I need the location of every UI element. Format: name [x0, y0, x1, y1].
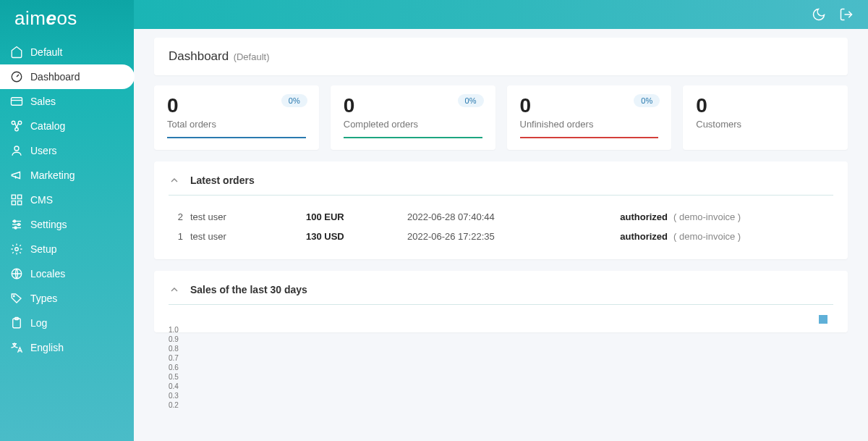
- sidebar-item-label: Default: [30, 46, 62, 58]
- sidebar-item-default[interactable]: Default: [0, 40, 134, 64]
- svg-point-4: [18, 121, 22, 125]
- y-tick-label: 0.3: [169, 391, 179, 400]
- stat-card: 0%0Unfinished orders: [507, 85, 672, 150]
- svg-point-5: [15, 127, 19, 131]
- panel-header[interactable]: Latest orders: [169, 175, 833, 196]
- y-tick-label: 0.4: [169, 382, 179, 391]
- stat-value: 0: [696, 96, 835, 116]
- nodes-icon: [10, 119, 23, 133]
- stat-label: Total orders: [167, 119, 306, 130]
- y-tick-label: 0.5: [169, 372, 179, 382]
- panel-title: Latest orders: [190, 175, 255, 186]
- svg-point-17: [15, 248, 19, 251]
- stat-badge: 0%: [281, 94, 307, 107]
- sidebar-item-catalog[interactable]: Catalog: [0, 114, 134, 138]
- stat-label: Completed orders: [344, 119, 482, 130]
- stats-row: 0%0Total orders0%0Completed orders0%0Unf…: [154, 85, 848, 150]
- sidebar-item-marketing[interactable]: Marketing: [0, 163, 134, 188]
- sidebar: aimeos DefaultDashboardSalesCatalogUsers…: [0, 0, 134, 441]
- panel-header[interactable]: Sales of the last 30 days: [169, 284, 833, 305]
- y-tick-label: 0.9: [169, 335, 179, 344]
- table-row[interactable]: 1test user130 USD2022-06-26 17:22:35auth…: [169, 227, 833, 246]
- sidebar-item-setup[interactable]: Setup: [0, 237, 134, 261]
- stat-underline: [167, 137, 306, 138]
- y-tick-label: 0.6: [169, 363, 179, 372]
- svg-rect-8: [18, 195, 22, 198]
- order-invoice: ( demo-invoice ): [668, 211, 833, 222]
- dark-mode-icon[interactable]: [812, 7, 826, 22]
- stat-card: 0%0Total orders: [154, 85, 319, 150]
- sidebar-item-label: Dashboard: [30, 71, 80, 83]
- sidebar-item-label: Sales: [30, 96, 56, 107]
- sidebar-item-settings[interactable]: Settings: [0, 212, 134, 237]
- sidebar-item-label: Settings: [30, 219, 67, 230]
- sidebar-item-log[interactable]: Log: [0, 311, 134, 335]
- tag-icon: [10, 292, 23, 305]
- stat-label: Unfinished orders: [520, 119, 659, 130]
- svg-rect-9: [12, 201, 15, 205]
- order-status: authorized: [595, 231, 668, 242]
- order-user: test user: [190, 231, 306, 242]
- svg-point-19: [14, 295, 15, 297]
- grid-icon: [10, 193, 23, 206]
- page-subtitle: (Default): [234, 51, 270, 62]
- clipboard-icon: [10, 316, 23, 329]
- chevron-up-icon[interactable]: [169, 175, 180, 186]
- order-amount: 130 USD: [306, 231, 407, 242]
- svg-point-6: [14, 146, 19, 151]
- order-invoice: ( demo-invoice ): [668, 231, 833, 242]
- svg-rect-1: [12, 98, 22, 106]
- language-icon: [10, 341, 23, 354]
- sidebar-item-dashboard[interactable]: Dashboard: [0, 64, 135, 89]
- y-tick-label: 0.7: [169, 353, 179, 363]
- sales-chart-panel: Sales of the last 30 days 1.00.90.80.70.…: [154, 271, 848, 332]
- order-id: 1: [169, 231, 190, 242]
- home-icon: [10, 46, 23, 59]
- svg-rect-10: [18, 201, 22, 205]
- megaphone-icon: [10, 169, 23, 182]
- order-status: authorized: [595, 211, 668, 222]
- sidebar-item-label: Marketing: [30, 169, 75, 181]
- logout-icon[interactable]: [839, 7, 854, 22]
- user-icon: [10, 144, 23, 157]
- nav: DefaultDashboardSalesCatalogUsersMarketi…: [0, 40, 134, 441]
- stat-underline: [696, 137, 835, 138]
- sidebar-item-locales[interactable]: Locales: [0, 261, 134, 286]
- panel-title: Sales of the last 30 days: [190, 284, 307, 295]
- sidebar-item-users[interactable]: Users: [0, 138, 134, 163]
- sidebar-item-label: Types: [30, 293, 57, 304]
- table-row[interactable]: 2test user100 EUR2022-06-28 07:40:44auth…: [169, 207, 833, 227]
- sidebar-item-label: Users: [30, 145, 57, 156]
- stat-badge: 0%: [634, 94, 660, 107]
- order-date: 2022-06-28 07:40:44: [407, 211, 595, 222]
- legend-square: [819, 315, 827, 324]
- y-tick-label: 0.2: [169, 400, 179, 410]
- stat-card: 0%0Completed orders: [331, 85, 495, 150]
- y-axis-labels: 1.00.90.80.70.60.50.40.30.2: [169, 325, 179, 410]
- breadcrumb: Dashboard (Default): [154, 38, 848, 75]
- order-id: 2: [169, 211, 190, 222]
- gear-icon: [10, 243, 23, 256]
- sidebar-item-types[interactable]: Types: [0, 286, 134, 311]
- sidebar-item-label: Log: [30, 317, 47, 329]
- stat-badge: 0%: [458, 94, 484, 107]
- stat-underline: [344, 137, 482, 138]
- stat-underline: [520, 137, 659, 138]
- logo: aimeos: [0, 0, 134, 40]
- sidebar-item-label: Catalog: [30, 120, 65, 132]
- globe-icon: [10, 267, 23, 280]
- sliders-icon: [10, 218, 23, 231]
- sidebar-item-sales[interactable]: Sales: [0, 89, 134, 114]
- order-amount: 100 EUR: [306, 211, 407, 222]
- page-title: Dashboard: [169, 49, 229, 63]
- main-content: Dashboard (Default) 0%0Total orders0%0Co…: [134, 29, 868, 441]
- topbar: [134, 0, 868, 29]
- card-icon: [10, 95, 23, 108]
- y-tick-label: 0.8: [169, 344, 179, 353]
- sidebar-item-english[interactable]: English: [0, 335, 134, 360]
- orders-table: 2test user100 EUR2022-06-28 07:40:44auth…: [169, 207, 833, 246]
- stat-card: 0Customers: [683, 85, 848, 150]
- order-user: test user: [190, 211, 306, 222]
- sidebar-item-cms[interactable]: CMS: [0, 188, 134, 212]
- chevron-up-icon[interactable]: [169, 284, 180, 295]
